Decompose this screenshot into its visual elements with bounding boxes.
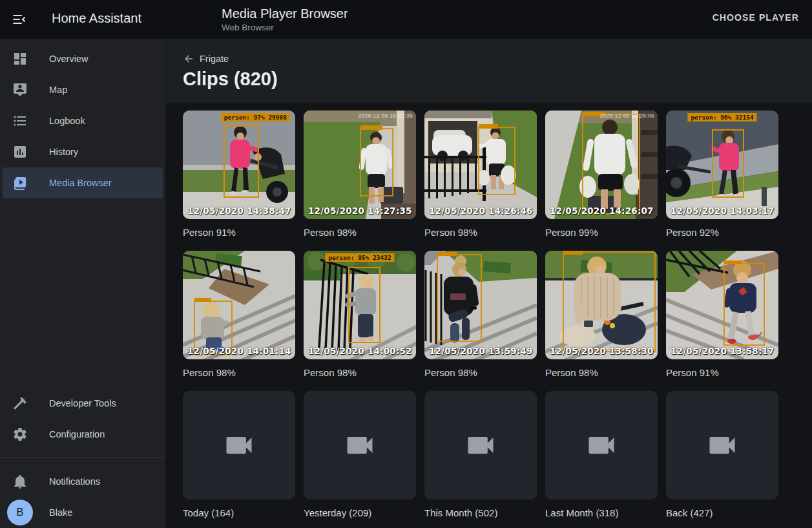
clip-thumbnail-10[interactable]: 12/05/2020 13:58:17 — [666, 251, 778, 359]
app-title: Home Assistant — [52, 11, 141, 26]
profile-name: Blake — [49, 507, 72, 518]
clip-cell: 12/05/2020 13:59:49 Person 98% — [424, 251, 537, 380]
sidebar-item-map[interactable]: Map — [3, 74, 163, 105]
clip-cell: 12/05/2020 13:58:30 Person 98% — [545, 251, 658, 380]
clip-label: Person 98% — [183, 367, 295, 380]
clip-label: Person 92% — [666, 227, 778, 240]
clip-thumbnail-5[interactable]: person: 96% 32154 12/05/2020 14:03:17 — [666, 111, 778, 219]
bar-chart-icon — [12, 144, 28, 160]
clip-row-1: person: 97% 29988 12/05/2020 14:38:47 Pe… — [183, 111, 812, 240]
clip-label: Person 98% — [424, 367, 537, 380]
folder-cell: Last Month (318) — [545, 391, 658, 520]
sidebar-item-configuration[interactable]: Configuration — [3, 419, 163, 450]
video-camera-icon — [222, 428, 256, 462]
clip-timestamp: 12/05/2020 14:38:47 — [187, 206, 291, 216]
avatar: B — [7, 500, 33, 525]
top-app-bar: Home Assistant Media Player Browser Web … — [0, 0, 812, 39]
clip-cell: person: 95% 23432 12/05/2020 14:00:52 Pe… — [304, 251, 416, 380]
page-header: Media Player Browser Web Browser — [222, 5, 348, 34]
sidebar-item-media-browser[interactable]: Media Browser — [3, 167, 163, 198]
main-content: Frigate Clips (820) — [165, 39, 812, 528]
clip-label: Person 91% — [666, 367, 778, 380]
clip-timestamp: 12/05/2020 14:26:07 — [550, 206, 654, 216]
clip-timestamp: 12/05/2020 14:00:52 — [308, 346, 412, 356]
video-camera-icon — [585, 428, 618, 462]
clip-thumbnail-4[interactable]: 2020-12-05 16:26:06 12/05/2020 14:26:07 — [545, 111, 658, 219]
folder-this-month[interactable] — [424, 391, 537, 500]
sidebar-item-profile[interactable]: B Blake — [3, 497, 163, 528]
sidebar-item-label: Notifications — [49, 476, 100, 487]
clip-cell: 12/05/2020 13:58:17 Person 91% — [666, 251, 778, 380]
clip-timestamp: 12/05/2020 13:58:17 — [671, 346, 775, 356]
page-subtitle: Web Browser — [222, 22, 348, 34]
bell-icon — [12, 474, 28, 489]
clip-row-2: 12/05/2020 14:01:14 Person 98% — [183, 251, 812, 380]
clip-thumbnail-8[interactable]: 12/05/2020 13:59:49 — [424, 251, 537, 359]
folder-cell: Today (164) — [183, 391, 295, 520]
clip-label: Person 98% — [545, 367, 658, 380]
folder-label: Back (427) — [666, 507, 778, 520]
folder-cell: This Month (502) — [424, 391, 537, 520]
sidebar-item-label: Map — [49, 85, 67, 95]
clip-timestamp: 12/05/2020 14:26:46 — [429, 206, 533, 216]
folder-back[interactable] — [666, 391, 778, 500]
clip-label: Person 99% — [545, 227, 658, 240]
clip-scene-woman-walking — [666, 111, 778, 219]
sidebar-item-label: History — [49, 147, 78, 157]
clip-cell: 12/05/2020 14:26:46 Person 98% — [424, 111, 537, 240]
clip-timestamp: 12/05/2020 14:27:35 — [308, 206, 412, 216]
home-assistant-app: Home Assistant Media Player Browser Web … — [0, 0, 812, 528]
clip-label: Person 98% — [304, 227, 416, 240]
clip-scene-toddler-railing — [304, 251, 416, 359]
clip-scene-man-garage — [424, 111, 537, 219]
camera-osd-timestamp: 2020-12-05 16:27:35 — [358, 112, 413, 119]
clip-scene-woman-sweater — [545, 251, 658, 359]
page-title: Media Player Browser — [222, 5, 348, 22]
clip-label: Person 98% — [424, 227, 537, 240]
sidebar-item-history[interactable]: History — [3, 136, 163, 167]
folder-label: Last Month (318) — [545, 507, 658, 520]
choose-player-button[interactable]: CHOOSE PLAYER — [713, 12, 799, 23]
clip-thumbnail-9[interactable]: 12/05/2020 13:58:30 — [545, 251, 658, 359]
folder-yesterday[interactable] — [304, 391, 416, 500]
sidebar-item-logbook[interactable]: Logbook — [3, 105, 163, 136]
sidebar-item-overview[interactable]: Overview — [3, 43, 163, 74]
clip-thumbnail-2[interactable]: 2020-12-05 16:27:35 12/05/2020 14:27:35 — [304, 111, 416, 219]
content-header: Frigate Clips (820) — [165, 39, 812, 103]
sidebar-item-label: Configuration — [49, 429, 105, 439]
folder-cell: Yesterday (209) — [304, 391, 416, 520]
folder-label: This Month (502) — [424, 507, 537, 520]
media-grid: person: 97% 29988 12/05/2020 14:38:47 Pe… — [165, 103, 812, 520]
clip-thumbnail-3[interactable]: 12/05/2020 14:26:46 — [424, 111, 537, 219]
clip-cell: person: 96% 32154 12/05/2020 14:03:17 Pe… — [666, 111, 778, 240]
play-box-multiple-icon — [12, 175, 28, 191]
folder-last-month[interactable] — [545, 391, 658, 500]
sidebar-item-label: Media Browser — [49, 178, 112, 188]
video-camera-icon — [705, 428, 739, 462]
clip-scene-boy-navy — [666, 251, 778, 359]
arrow-left-icon — [183, 53, 194, 65]
sidebar-item-label: Logbook — [49, 116, 85, 126]
breadcrumb-label: Frigate — [200, 54, 229, 64]
folder-today[interactable] — [183, 391, 295, 500]
gear-icon — [12, 427, 28, 442]
clip-thumbnail-1[interactable]: person: 97% 29988 12/05/2020 14:38:47 — [183, 111, 295, 219]
sidebar: Overview Map Logbook History Med — [0, 39, 165, 528]
sidebar-item-label: Developer Tools — [49, 398, 116, 408]
clip-scene-woman-stroller — [183, 111, 295, 219]
folder-cell: Back (427) — [666, 391, 778, 520]
clip-timestamp: 12/05/2020 13:59:49 — [429, 346, 533, 356]
detection-tag: person: 97% 29988 — [221, 113, 290, 121]
clip-cell: 2020-12-05 16:26:06 12/05/2020 14:26:07 … — [545, 111, 658, 240]
sidebar-toggle-icon[interactable] — [12, 12, 27, 27]
clip-timestamp: 12/05/2020 14:03:17 — [671, 206, 775, 216]
clip-cell: person: 97% 29988 12/05/2020 14:38:47 Pe… — [183, 111, 295, 240]
detection-tag: person: 95% 23432 — [325, 253, 394, 262]
sidebar-item-developer-tools[interactable]: Developer Tools — [3, 388, 163, 419]
clip-label: Person 91% — [183, 227, 295, 240]
breadcrumb-back-frigate[interactable]: Frigate — [165, 39, 229, 65]
clip-thumbnail-6[interactable]: 12/05/2020 14:01:14 — [183, 251, 295, 359]
clip-timestamp: 12/05/2020 13:58:30 — [550, 346, 654, 356]
sidebar-item-notifications[interactable]: Notifications — [3, 466, 163, 497]
clip-thumbnail-7[interactable]: person: 95% 23432 12/05/2020 14:00:52 — [304, 251, 416, 359]
